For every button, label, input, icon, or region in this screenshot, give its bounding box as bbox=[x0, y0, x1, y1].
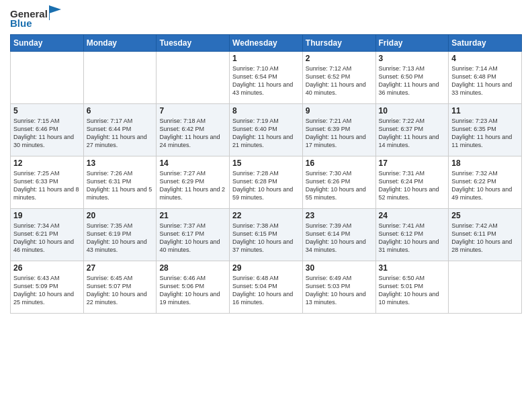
day-info: Sunrise: 7:37 AM Sunset: 6:17 PM Dayligh… bbox=[159, 222, 226, 255]
day-number: 19 bbox=[13, 211, 81, 220]
day-info: Sunrise: 7:25 AM Sunset: 6:33 PM Dayligh… bbox=[13, 169, 81, 202]
table-row: 27Sunrise: 6:45 AM Sunset: 5:07 PM Dayli… bbox=[83, 261, 157, 314]
header: General Blue bbox=[10, 7, 522, 29]
table-row: 12Sunrise: 7:25 AM Sunset: 6:33 PM Dayli… bbox=[11, 156, 84, 209]
day-info: Sunrise: 7:12 AM Sunset: 6:52 PM Dayligh… bbox=[306, 64, 373, 97]
day-number: 23 bbox=[306, 211, 373, 220]
day-number: 30 bbox=[306, 263, 373, 273]
table-row: 30Sunrise: 6:49 AM Sunset: 5:03 PM Dayli… bbox=[302, 261, 375, 314]
day-number: 26 bbox=[13, 263, 81, 273]
table-row bbox=[449, 261, 522, 314]
calendar-week-row: 12Sunrise: 7:25 AM Sunset: 6:33 PM Dayli… bbox=[11, 156, 522, 209]
day-number: 6 bbox=[87, 106, 154, 116]
table-row: 15Sunrise: 7:28 AM Sunset: 6:28 PM Dayli… bbox=[230, 156, 303, 209]
day-number: 10 bbox=[379, 106, 446, 116]
day-info: Sunrise: 7:22 AM Sunset: 6:37 PM Dayligh… bbox=[379, 117, 446, 150]
day-info: Sunrise: 7:35 AM Sunset: 6:19 PM Dayligh… bbox=[87, 222, 154, 255]
table-row: 29Sunrise: 6:48 AM Sunset: 5:04 PM Dayli… bbox=[230, 261, 303, 314]
day-number: 2 bbox=[306, 54, 373, 63]
header-friday: Friday bbox=[375, 35, 449, 52]
day-number: 4 bbox=[451, 54, 519, 63]
table-row: 31Sunrise: 6:50 AM Sunset: 5:01 PM Dayli… bbox=[375, 261, 449, 314]
day-info: Sunrise: 7:41 AM Sunset: 6:12 PM Dayligh… bbox=[379, 222, 446, 255]
day-info: Sunrise: 7:17 AM Sunset: 6:44 PM Dayligh… bbox=[87, 117, 154, 150]
day-number: 3 bbox=[379, 54, 446, 63]
table-row: 4Sunrise: 7:14 AM Sunset: 6:48 PM Daylig… bbox=[449, 52, 522, 104]
table-row: 6Sunrise: 7:17 AM Sunset: 6:44 PM Daylig… bbox=[83, 104, 157, 156]
table-row: 25Sunrise: 7:42 AM Sunset: 6:11 PM Dayli… bbox=[449, 209, 522, 261]
table-row: 18Sunrise: 7:32 AM Sunset: 6:22 PM Dayli… bbox=[449, 156, 522, 209]
day-info: Sunrise: 7:26 AM Sunset: 6:31 PM Dayligh… bbox=[87, 169, 154, 202]
day-info: Sunrise: 7:38 AM Sunset: 6:15 PM Dayligh… bbox=[232, 222, 300, 255]
logo-blue-text: Blue bbox=[10, 17, 32, 29]
day-number: 8 bbox=[232, 106, 300, 116]
header-tuesday: Tuesday bbox=[157, 35, 230, 52]
header-thursday: Thursday bbox=[302, 35, 375, 52]
day-number: 12 bbox=[13, 158, 81, 168]
day-info: Sunrise: 7:18 AM Sunset: 6:42 PM Dayligh… bbox=[159, 117, 226, 150]
day-info: Sunrise: 6:49 AM Sunset: 5:03 PM Dayligh… bbox=[306, 274, 373, 307]
day-number: 14 bbox=[159, 158, 226, 168]
header-saturday: Saturday bbox=[449, 35, 522, 52]
day-info: Sunrise: 7:39 AM Sunset: 6:14 PM Dayligh… bbox=[306, 222, 373, 255]
table-row: 22Sunrise: 7:38 AM Sunset: 6:15 PM Dayli… bbox=[230, 209, 303, 261]
day-number: 29 bbox=[232, 263, 300, 273]
page: General Blue Sunday Monday Tuesday Wedne… bbox=[0, 0, 532, 411]
table-row: 28Sunrise: 6:46 AM Sunset: 5:06 PM Dayli… bbox=[157, 261, 230, 314]
day-number: 28 bbox=[159, 263, 226, 273]
day-info: Sunrise: 7:21 AM Sunset: 6:39 PM Dayligh… bbox=[306, 117, 373, 150]
day-number: 11 bbox=[451, 106, 519, 116]
table-row bbox=[11, 52, 84, 104]
calendar-week-row: 19Sunrise: 7:34 AM Sunset: 6:21 PM Dayli… bbox=[11, 209, 522, 261]
day-info: Sunrise: 7:13 AM Sunset: 6:50 PM Dayligh… bbox=[379, 64, 446, 97]
table-row: 23Sunrise: 7:39 AM Sunset: 6:14 PM Dayli… bbox=[302, 209, 375, 261]
day-info: Sunrise: 7:32 AM Sunset: 6:22 PM Dayligh… bbox=[451, 169, 519, 202]
day-number: 22 bbox=[232, 211, 300, 220]
table-row: 13Sunrise: 7:26 AM Sunset: 6:31 PM Dayli… bbox=[83, 156, 157, 209]
table-row: 14Sunrise: 7:27 AM Sunset: 6:29 PM Dayli… bbox=[157, 156, 230, 209]
day-number: 20 bbox=[87, 211, 154, 220]
day-info: Sunrise: 7:10 AM Sunset: 6:54 PM Dayligh… bbox=[232, 64, 300, 97]
day-info: Sunrise: 6:43 AM Sunset: 5:09 PM Dayligh… bbox=[13, 274, 81, 307]
day-number: 17 bbox=[379, 158, 446, 168]
table-row: 8Sunrise: 7:19 AM Sunset: 6:40 PM Daylig… bbox=[230, 104, 303, 156]
header-sunday: Sunday bbox=[11, 35, 84, 52]
day-number: 1 bbox=[232, 54, 300, 63]
day-info: Sunrise: 7:30 AM Sunset: 6:26 PM Dayligh… bbox=[306, 169, 373, 202]
table-row: 5Sunrise: 7:15 AM Sunset: 6:46 PM Daylig… bbox=[11, 104, 84, 156]
day-number: 16 bbox=[306, 158, 373, 168]
day-info: Sunrise: 6:45 AM Sunset: 5:07 PM Dayligh… bbox=[87, 274, 154, 307]
table-row: 24Sunrise: 7:41 AM Sunset: 6:12 PM Dayli… bbox=[375, 209, 449, 261]
logo-flag-icon bbox=[49, 5, 61, 20]
day-info: Sunrise: 7:19 AM Sunset: 6:40 PM Dayligh… bbox=[232, 117, 300, 150]
day-info: Sunrise: 7:28 AM Sunset: 6:28 PM Dayligh… bbox=[232, 169, 300, 202]
day-info: Sunrise: 6:48 AM Sunset: 5:04 PM Dayligh… bbox=[232, 274, 300, 307]
logo: General Blue bbox=[10, 7, 61, 29]
table-row: 21Sunrise: 7:37 AM Sunset: 6:17 PM Dayli… bbox=[157, 209, 230, 261]
table-row: 3Sunrise: 7:13 AM Sunset: 6:50 PM Daylig… bbox=[375, 52, 449, 104]
svg-marker-0 bbox=[49, 5, 61, 13]
table-row: 26Sunrise: 6:43 AM Sunset: 5:09 PM Dayli… bbox=[11, 261, 84, 314]
day-number: 5 bbox=[13, 106, 81, 116]
day-info: Sunrise: 7:27 AM Sunset: 6:29 PM Dayligh… bbox=[159, 169, 226, 202]
calendar-week-row: 1Sunrise: 7:10 AM Sunset: 6:54 PM Daylig… bbox=[11, 52, 522, 104]
weekday-header-row: Sunday Monday Tuesday Wednesday Thursday… bbox=[11, 35, 522, 52]
day-number: 7 bbox=[159, 106, 226, 116]
table-row bbox=[157, 52, 230, 104]
day-info: Sunrise: 7:15 AM Sunset: 6:46 PM Dayligh… bbox=[13, 117, 81, 150]
table-row: 19Sunrise: 7:34 AM Sunset: 6:21 PM Dayli… bbox=[11, 209, 84, 261]
day-number: 24 bbox=[379, 211, 446, 220]
day-info: Sunrise: 7:14 AM Sunset: 6:48 PM Dayligh… bbox=[451, 64, 519, 97]
table-row: 11Sunrise: 7:23 AM Sunset: 6:35 PM Dayli… bbox=[449, 104, 522, 156]
day-number: 18 bbox=[451, 158, 519, 168]
day-info: Sunrise: 6:50 AM Sunset: 5:01 PM Dayligh… bbox=[379, 274, 446, 307]
table-row: 10Sunrise: 7:22 AM Sunset: 6:37 PM Dayli… bbox=[375, 104, 449, 156]
table-row: 9Sunrise: 7:21 AM Sunset: 6:39 PM Daylig… bbox=[302, 104, 375, 156]
day-info: Sunrise: 6:46 AM Sunset: 5:06 PM Dayligh… bbox=[159, 274, 226, 307]
day-number: 25 bbox=[451, 211, 519, 220]
day-number: 27 bbox=[87, 263, 154, 273]
calendar-week-row: 26Sunrise: 6:43 AM Sunset: 5:09 PM Dayli… bbox=[11, 261, 522, 314]
day-number: 13 bbox=[87, 158, 154, 168]
day-number: 31 bbox=[379, 263, 446, 273]
day-info: Sunrise: 7:34 AM Sunset: 6:21 PM Dayligh… bbox=[13, 222, 81, 255]
